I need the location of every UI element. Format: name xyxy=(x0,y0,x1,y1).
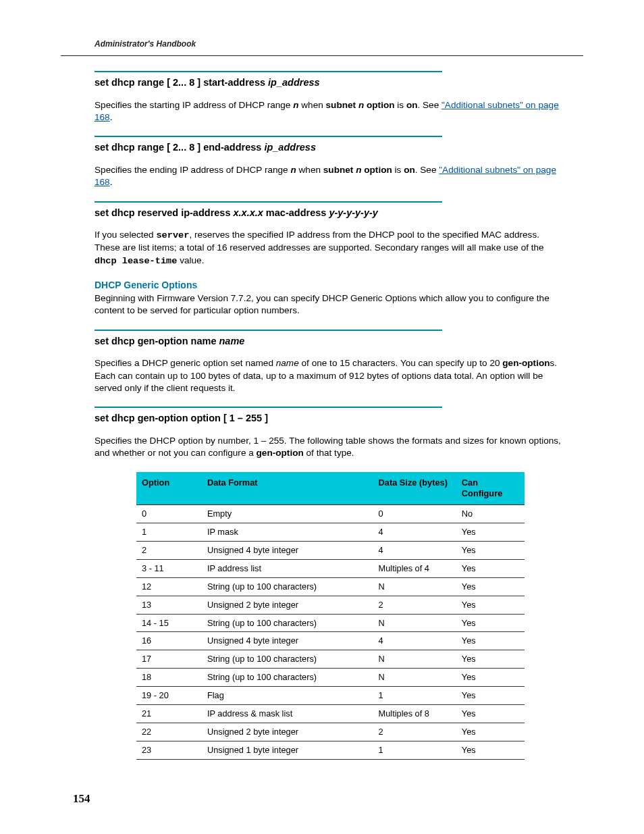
text-option: option xyxy=(361,165,392,175)
text: when xyxy=(296,165,323,175)
section-separator xyxy=(95,136,442,137)
text-subnet: subnet xyxy=(326,100,358,110)
table-row: 12String (up to 100 characters)NYes xyxy=(136,577,525,596)
heading-param: y-y-y-y-y-y xyxy=(329,207,378,218)
heading-param: name xyxy=(219,336,244,346)
table-cell: N xyxy=(373,669,456,687)
table-cell: IP mask xyxy=(202,523,373,541)
heading-text: set dhcp range [ 2... 8 ] start-address xyxy=(95,77,268,88)
table-cell: 16 xyxy=(136,632,202,650)
text-subnet: subnet xyxy=(323,165,356,175)
heading-start-address: set dhcp range [ 2... 8 ] start-address … xyxy=(95,76,567,90)
table-cell: Yes xyxy=(456,632,525,650)
heading-param: ip_address xyxy=(264,142,316,153)
table-cell: Multiples of 8 xyxy=(373,705,456,723)
table-cell: Yes xyxy=(456,541,525,559)
text-genoption: gen-option xyxy=(257,448,304,458)
text-lease: dhcp lease-time xyxy=(95,256,177,266)
text: If you selected xyxy=(95,230,156,240)
table-row: 1IP mask4Yes xyxy=(136,523,525,541)
table-cell: String (up to 100 characters) xyxy=(202,650,373,669)
table-row: 17String (up to 100 characters)NYes xyxy=(136,650,525,669)
text: is xyxy=(392,165,404,175)
content-area: set dhcp range [ 2... 8 ] start-address … xyxy=(95,71,567,760)
section-separator xyxy=(95,71,442,72)
table-cell: N xyxy=(373,577,456,596)
table-cell: 21 xyxy=(136,705,202,723)
table-cell: 1 xyxy=(373,687,456,705)
text: is xyxy=(395,100,406,110)
table-cell: Empty xyxy=(202,504,373,523)
table-row: 23Unsigned 1 byte integer1Yes xyxy=(136,741,525,760)
table-cell: Yes xyxy=(456,650,525,669)
table-cell: Unsigned 2 byte integer xyxy=(202,723,373,741)
text: . See xyxy=(415,165,439,175)
text-n: n xyxy=(293,100,298,110)
section-separator xyxy=(95,330,442,331)
table-cell: 22 xyxy=(136,723,202,741)
text-option: option xyxy=(364,100,394,110)
heading-genopt-name: set dhcp gen-option name name xyxy=(95,335,567,348)
th-option: Option xyxy=(136,472,202,504)
table-cell: Multiples of 4 xyxy=(373,559,456,577)
heading-param: ip_address xyxy=(268,77,320,88)
table-row: 0Empty0No xyxy=(136,504,525,523)
body-generic: Beginning with Firmware Version 7.7.2, y… xyxy=(95,292,567,317)
table-cell: 0 xyxy=(373,504,456,523)
dhcp-options-table: Option Data Format Data Size (bytes) Can… xyxy=(136,472,525,760)
table-cell: Yes xyxy=(456,705,525,723)
heading-genopt-option: set dhcp gen-option option [ 1 – 255 ] xyxy=(95,412,567,425)
table-cell: Yes xyxy=(456,723,525,741)
table-cell: 19 - 20 xyxy=(136,687,202,705)
table-cell: String (up to 100 characters) xyxy=(202,577,373,596)
text-n: n xyxy=(290,165,296,175)
text: of that type. xyxy=(304,448,354,458)
table-cell: 18 xyxy=(136,669,202,687)
body-genopt-name: Specifies a DHCP generic option set name… xyxy=(95,357,567,394)
page-number: 154 xyxy=(73,792,90,806)
table-cell: Unsigned 2 byte integer xyxy=(202,596,373,614)
text: . xyxy=(110,177,113,187)
table-cell: Yes xyxy=(456,596,525,614)
table-cell: String (up to 100 characters) xyxy=(202,614,373,632)
table-cell: String (up to 100 characters) xyxy=(202,669,373,687)
table-cell: Flag xyxy=(202,687,373,705)
text-server: server xyxy=(156,230,189,240)
subhead-dhcp-generic: DHCP Generic Options xyxy=(95,280,567,290)
table-row: 16Unsigned 4 byte integer4Yes xyxy=(136,632,525,650)
table-cell: 0 xyxy=(136,504,202,523)
body-reserved: If you selected server, reserves the spe… xyxy=(95,229,567,267)
table-cell: 13 xyxy=(136,596,202,614)
table-cell: 2 xyxy=(373,723,456,741)
table-cell: Yes xyxy=(456,741,525,760)
heading-end-address: set dhcp range [ 2... 8 ] end-address ip… xyxy=(95,141,567,155)
th-size: Data Size (bytes) xyxy=(373,472,456,504)
text: value. xyxy=(177,255,204,265)
table-cell: 1 xyxy=(136,523,202,541)
table-cell: 12 xyxy=(136,577,202,596)
table-cell: N xyxy=(373,614,456,632)
th-format: Data Format xyxy=(202,472,373,504)
heading-text: set dhcp gen-option name xyxy=(95,336,219,346)
text: Specifies the starting IP address of DHC… xyxy=(95,100,293,110)
table-cell: 4 xyxy=(373,632,456,650)
header-rule xyxy=(61,55,583,56)
table-body: 0Empty0No1IP mask4Yes2Unsigned 4 byte in… xyxy=(136,504,525,760)
table-cell: 23 xyxy=(136,741,202,760)
text: . See xyxy=(418,100,442,110)
heading-param: x.x.x.x xyxy=(234,207,263,218)
running-header: Administrator's Handbook xyxy=(95,39,570,49)
table-cell: Unsigned 4 byte integer xyxy=(202,632,373,650)
table-cell: No xyxy=(456,504,525,523)
table-cell: 4 xyxy=(373,541,456,559)
table-cell: 1 xyxy=(373,741,456,760)
table-row: 18String (up to 100 characters)NYes xyxy=(136,669,525,687)
table-cell: 4 xyxy=(373,523,456,541)
th-configure: Can Configure xyxy=(456,472,525,504)
heading-reserved: set dhcp reserved ip-address x.x.x.x mac… xyxy=(95,207,567,220)
section-separator xyxy=(95,201,442,203)
table-cell: IP address & mask list xyxy=(202,705,373,723)
table-cell: 3 - 11 xyxy=(136,559,202,577)
table-cell: N xyxy=(373,650,456,669)
text-n: n xyxy=(358,100,364,110)
